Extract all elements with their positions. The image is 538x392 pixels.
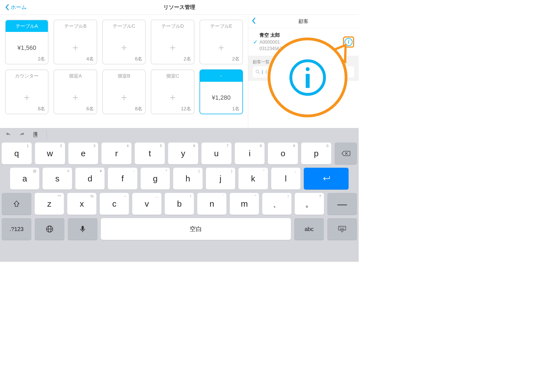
- key-o[interactable]: 9o: [268, 143, 298, 164]
- table-body: +2名: [200, 32, 242, 64]
- table-name: -: [200, 70, 242, 82]
- key-hint: ?: [319, 194, 321, 198]
- table-name: 個室A: [54, 70, 96, 82]
- table-name: テーブルC: [103, 20, 145, 32]
- table-seats: 2名: [184, 56, 191, 62]
- key-hint: *: [166, 169, 167, 173]
- key-v[interactable]: …v: [132, 193, 161, 215]
- info-icon-large: [289, 59, 326, 96]
- table-card[interactable]: 個室C+12名: [151, 69, 194, 114]
- table-card[interactable]: テーブルD+2名: [151, 20, 194, 64]
- table-card[interactable]: テーブルC+6名: [102, 20, 146, 64]
- table-name: テーブルB: [54, 20, 96, 32]
- keyboard-toolbar: [0, 128, 359, 141]
- key-u[interactable]: 7u: [201, 143, 231, 164]
- key-。[interactable]: ?。: [295, 193, 324, 215]
- undo-icon[interactable]: [5, 131, 12, 138]
- table-card[interactable]: 個室B+8名: [102, 69, 146, 114]
- key-g[interactable]: *g: [141, 168, 170, 190]
- customer-back-button[interactable]: [248, 17, 259, 25]
- table-card[interactable]: テーブルE+2名: [200, 20, 243, 64]
- globe-icon: [45, 225, 54, 233]
- key-hint: (: [198, 169, 200, 173]
- top-nav: ホーム リソース管理: [0, 0, 359, 15]
- table-seats: 6名: [86, 106, 94, 112]
- key-r[interactable]: 4r: [101, 143, 131, 164]
- keyboard-hide-icon: [338, 225, 346, 233]
- key-j[interactable]: )j: [206, 168, 235, 190]
- chevron-left-icon: [5, 4, 9, 11]
- key-shift[interactable]: [2, 193, 31, 215]
- key-s[interactable]: #s: [43, 168, 72, 190]
- key-space[interactable]: 空白: [101, 218, 291, 240]
- table-price: ¥1,560: [17, 44, 36, 52]
- key-hint: ": [255, 194, 256, 198]
- key-backspace[interactable]: [335, 143, 357, 164]
- key-hint: 9: [293, 144, 295, 148]
- key-abc[interactable]: abc: [294, 218, 324, 240]
- table-seats: 12名: [181, 106, 191, 112]
- key-return[interactable]: [304, 168, 349, 190]
- key-q[interactable]: 1q: [2, 143, 32, 164]
- key-i[interactable]: 8i: [235, 143, 265, 164]
- key-p[interactable]: 0p: [301, 143, 331, 164]
- table-card[interactable]: カウンター+8名: [5, 69, 48, 114]
- plus-icon: +: [73, 42, 78, 54]
- clipboard-icon[interactable]: [32, 131, 39, 138]
- key-k[interactable]: 「k: [238, 168, 268, 190]
- key-m[interactable]: "m: [230, 193, 259, 215]
- key-globe[interactable]: [35, 218, 64, 240]
- table-card[interactable]: 個室A+6名: [54, 69, 97, 114]
- key-dash[interactable]: —: [327, 193, 357, 215]
- customer-panel-title: 顧客: [248, 18, 359, 25]
- redo-icon[interactable]: [18, 131, 25, 138]
- key-、[interactable]: !、: [262, 193, 291, 215]
- table-body: +2名: [151, 32, 194, 64]
- text-cursor: |: [262, 69, 263, 74]
- table-price: ¥1,280: [212, 94, 231, 101]
- key-hint: ^^: [58, 194, 61, 198]
- key-e[interactable]: 3e: [68, 143, 98, 164]
- table-body: +6名: [103, 32, 145, 64]
- table-card[interactable]: -¥1,2801名: [200, 69, 243, 114]
- table-body: +8名: [103, 82, 145, 114]
- key-f[interactable]: -f: [108, 168, 137, 190]
- key-hide-keyboard[interactable]: [327, 218, 357, 240]
- key-z[interactable]: ^^z: [35, 193, 64, 215]
- svg-rect-9: [82, 226, 84, 230]
- key-b[interactable]: /b: [165, 193, 194, 215]
- key-d[interactable]: ¥d: [75, 168, 105, 190]
- resource-grid-area: テーブルA¥1,5602名テーブルB+4名テーブルC+6名テーブルD+2名テーブ…: [0, 15, 248, 128]
- check-icon: ✓: [251, 39, 259, 45]
- shift-icon: [13, 200, 20, 208]
- key-hint: 2: [60, 144, 62, 148]
- key-h[interactable]: (h: [173, 168, 202, 190]
- key-mode-switch[interactable]: .?123: [2, 218, 31, 240]
- table-seats: 4名: [86, 56, 94, 62]
- key-t[interactable]: 5t: [135, 143, 165, 164]
- table-body: +8名: [6, 82, 48, 114]
- table-seats: 8名: [38, 106, 45, 112]
- table-seats: 6名: [135, 56, 142, 62]
- plus-icon: +: [121, 92, 127, 104]
- toolbar-divider: [47, 131, 47, 139]
- table-name: テーブルA: [6, 20, 48, 32]
- key-hint: ~: [124, 194, 126, 198]
- key-a[interactable]: @a: [10, 168, 39, 190]
- back-label: ホーム: [11, 4, 27, 11]
- key-w[interactable]: 2w: [35, 143, 65, 164]
- table-card[interactable]: テーブルB+4名: [54, 20, 97, 64]
- key-hint: #: [67, 169, 69, 173]
- key-hint: 「: [261, 169, 265, 174]
- key-dictation[interactable]: [68, 218, 98, 240]
- key-l[interactable]: 」l: [271, 168, 300, 190]
- key-y[interactable]: 6y: [168, 143, 198, 164]
- key-n[interactable]: 'n: [197, 193, 226, 215]
- table-body: ¥1,5602名: [6, 32, 48, 64]
- key-c[interactable]: ~c: [100, 193, 129, 215]
- back-button[interactable]: ホーム: [0, 4, 29, 11]
- key-hint: 5: [160, 144, 162, 148]
- key-x[interactable]: %x: [67, 193, 96, 215]
- table-card[interactable]: テーブルA¥1,5602名: [5, 20, 48, 64]
- key-hint: /: [190, 194, 191, 198]
